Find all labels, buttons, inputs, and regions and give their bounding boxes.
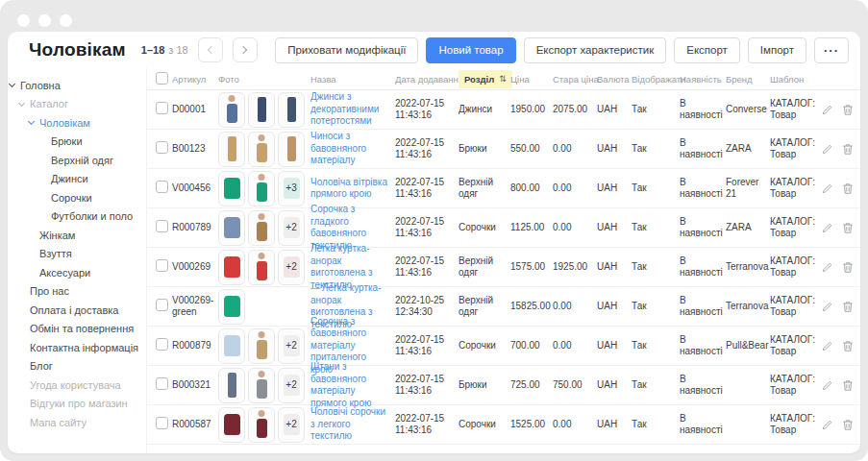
window-controls: [17, 14, 72, 27]
col-header-price[interactable]: Ціна: [510, 74, 553, 85]
product-category: Сорочки: [459, 222, 510, 234]
delete-icon[interactable]: [842, 182, 854, 195]
sidebar-item[interactable]: Аксесуари: [8, 263, 146, 282]
product-category: Сорочки: [459, 340, 510, 352]
col-header-old-price[interactable]: Стара ціна: [553, 74, 597, 85]
sidebar-item[interactable]: Каталог: [8, 95, 146, 114]
hide-modifications-button[interactable]: Приховати модифікації: [275, 37, 418, 63]
col-header-currency[interactable]: Валюта: [597, 74, 632, 85]
product-currency: UAH: [597, 379, 632, 392]
product-old-price: 750.00: [553, 379, 597, 392]
sidebar-item[interactable]: Про нас: [8, 282, 146, 302]
sidebar-item[interactable]: Верхній одяг: [8, 151, 146, 170]
row-checkbox[interactable]: [156, 259, 168, 272]
product-price: 1575.00: [510, 261, 553, 274]
edit-icon[interactable]: [822, 379, 833, 391]
product-name-link[interactable]: Чоловічі сорочки з легкого текстилю: [310, 406, 385, 441]
product-price: 550.00: [510, 143, 553, 156]
product-brand: ZARA: [726, 143, 770, 156]
select-all-checkbox[interactable]: [156, 72, 168, 85]
sidebar-item[interactable]: Контактна інформація: [8, 338, 146, 357]
product-name-prefix: —: [310, 282, 320, 293]
window-maximize-icon[interactable]: [60, 14, 72, 27]
edit-icon[interactable]: [822, 261, 833, 273]
delete-icon[interactable]: [842, 143, 854, 156]
sidebar-item[interactable]: Відгуки про магазин: [8, 395, 146, 414]
sidebar-item[interactable]: Обмін та повернення: [8, 320, 146, 339]
col-header-template[interactable]: Шаблон: [770, 74, 822, 85]
delete-icon[interactable]: [842, 301, 854, 313]
row-checkbox[interactable]: [156, 141, 168, 154]
product-old-price: 0.00: [553, 419, 597, 431]
col-header-sku[interactable]: Артикул: [172, 74, 218, 85]
col-header-availability[interactable]: Наявність: [680, 74, 726, 85]
sidebar-item[interactable]: Оплата і доставка: [8, 301, 146, 320]
delete-icon[interactable]: [842, 222, 854, 234]
import-button[interactable]: Імпорт: [748, 37, 806, 63]
row-checkbox[interactable]: [156, 220, 168, 232]
product-photos: +3: [218, 171, 310, 206]
col-header-category-label: Розділ: [464, 74, 494, 85]
row-checkbox[interactable]: [156, 417, 168, 429]
row-checkbox[interactable]: [156, 181, 168, 193]
col-header-date[interactable]: Дата додавання: [395, 74, 459, 85]
product-name-link[interactable]: Чиноси з бавовняного матеріалу: [310, 131, 366, 165]
product-price: 725.00: [510, 379, 553, 392]
col-header-category-sorted[interactable]: Розділ ⇅: [459, 70, 512, 88]
new-product-button[interactable]: Новий товар: [426, 37, 515, 63]
col-header-name[interactable]: Назва: [310, 74, 395, 85]
product-photos: [218, 92, 310, 128]
more-actions-button[interactable]: ···: [814, 37, 849, 63]
product-name-link[interactable]: Чоловіча вітрівка прямого крою: [310, 177, 387, 200]
product-photo: [248, 407, 275, 443]
product-photo: [218, 289, 245, 325]
edit-icon[interactable]: [822, 104, 833, 115]
sidebar-item[interactable]: Сорочки: [8, 188, 146, 207]
col-header-brand[interactable]: Бренд: [726, 74, 770, 85]
sidebar-item[interactable]: Футболки и поло: [8, 207, 146, 227]
sidebar-item[interactable]: Мапа сайту: [8, 413, 146, 432]
prev-page-button[interactable]: [198, 37, 223, 62]
export-button[interactable]: Експорт: [674, 37, 740, 63]
product-photos: [218, 289, 310, 325]
table-body: D00001 Джинси з декоративними потертостя…: [147, 90, 860, 453]
sidebar-item[interactable]: Взуття: [8, 245, 146, 264]
products-table: Артикул Фото Назва Дата додавання Розділ…: [146, 68, 860, 453]
product-old-price: 0.00: [553, 301, 597, 313]
edit-icon[interactable]: [822, 301, 833, 312]
export-characteristics-button[interactable]: Експорт характеристик: [524, 37, 667, 63]
sidebar-item[interactable]: Чоловікам: [8, 113, 146, 133]
delete-icon[interactable]: [842, 419, 854, 431]
delete-icon[interactable]: [842, 340, 854, 352]
sidebar-item[interactable]: Головна: [8, 76, 146, 95]
row-checkbox[interactable]: [156, 299, 168, 311]
table-row: R000789 +2 Сорочка з гладкого бавовняног…: [147, 208, 860, 248]
sidebar-item[interactable]: Блог: [8, 357, 146, 376]
sidebar-item[interactable]: Жінкам: [8, 226, 146, 245]
window-close-icon[interactable]: [17, 14, 30, 27]
product-availability: В наявності: [680, 255, 726, 279]
product-name-link[interactable]: Штани з бавовняного матеріалу прямого кр…: [310, 361, 371, 408]
sidebar-item[interactable]: Брюки: [8, 133, 146, 152]
sidebar-item[interactable]: Угода користувача: [8, 376, 146, 395]
next-page-button[interactable]: [233, 37, 258, 62]
delete-icon[interactable]: [842, 261, 854, 274]
edit-icon[interactable]: [822, 419, 833, 430]
edit-icon[interactable]: [822, 182, 833, 194]
table-row: V000269 +2 Легка куртка-анорак виготовле…: [147, 248, 860, 287]
product-name-link[interactable]: Джинси з декоративними потертостями: [310, 91, 379, 126]
row-checkbox[interactable]: [156, 377, 168, 390]
row-checkbox[interactable]: [156, 338, 168, 351]
col-header-photo[interactable]: Фото: [218, 74, 310, 85]
product-display: Так: [632, 261, 680, 274]
product-display: Так: [632, 379, 680, 392]
edit-icon[interactable]: [822, 340, 833, 352]
delete-icon[interactable]: [842, 104, 854, 116]
col-header-display[interactable]: Відображати: [632, 74, 680, 85]
edit-icon[interactable]: [822, 143, 833, 155]
sidebar-item[interactable]: Джинси: [8, 170, 146, 189]
row-checkbox[interactable]: [156, 102, 168, 114]
delete-icon[interactable]: [842, 379, 854, 392]
window-minimize-icon[interactable]: [38, 14, 51, 27]
edit-icon[interactable]: [822, 222, 833, 233]
